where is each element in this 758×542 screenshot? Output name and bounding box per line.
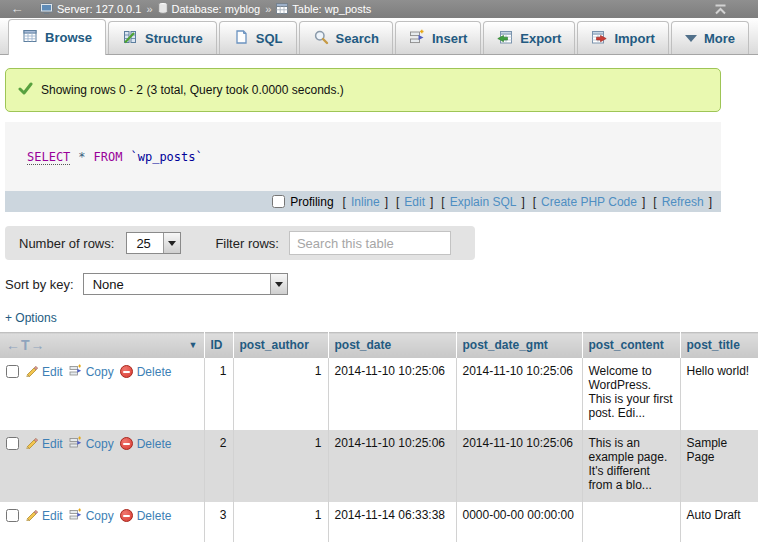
number-of-rows-value: 25 (127, 236, 163, 251)
edit-label: Edit (42, 437, 63, 451)
bracket: [ (533, 195, 536, 209)
cell-id: 3 (204, 502, 233, 542)
column-header-post-author[interactable]: post_author (233, 333, 328, 358)
cell-post-content: This is an example page. It's different … (582, 430, 680, 502)
cell-post-date: 2014-11-14 06:33:38 (328, 502, 456, 542)
edit-row-link[interactable]: Edit (25, 364, 63, 380)
delete-row-link[interactable]: Delete (120, 437, 172, 451)
sql-keyword-select[interactable]: SELECT (27, 150, 70, 165)
tab-label: Browse (45, 30, 92, 45)
tab-label: Import (614, 31, 654, 46)
cell-post-date: 2014-11-10 10:25:06 (328, 430, 456, 502)
bracket: ] (642, 195, 645, 209)
sql-star: * (78, 150, 85, 165)
column-header-id[interactable]: ID (204, 333, 233, 358)
bracket: [ (441, 195, 444, 209)
back-arrow-icon[interactable]: ← (0, 0, 34, 18)
options-toggle-link[interactable]: + Options (5, 311, 57, 325)
tab-sql[interactable]: SQL (219, 21, 297, 54)
row-checkbox[interactable] (6, 365, 19, 378)
breadcrumb-table-label: Table: wp_posts (292, 3, 371, 15)
sort-by-key-select[interactable]: None (83, 273, 288, 295)
number-of-rows-select[interactable]: 25 (126, 232, 181, 254)
breadcrumb-database[interactable]: Database: myblog (158, 2, 261, 16)
tab-browse[interactable]: Browse (8, 19, 106, 55)
chevron-down-icon (685, 35, 697, 42)
column-header-post-date-gmt[interactable]: post_date_gmt (456, 333, 582, 358)
filter-rows-input[interactable] (289, 231, 451, 255)
copy-label: Copy (86, 365, 114, 379)
structure-icon (122, 29, 138, 48)
select-arrow-button[interactable] (270, 274, 287, 294)
explain-sql-link[interactable]: Explain SQL (450, 195, 517, 209)
delete-row-link[interactable]: Delete (120, 365, 172, 379)
bracket: [ (396, 195, 399, 209)
copy-row-link[interactable]: Copy (69, 436, 114, 452)
bracket: [ (653, 195, 656, 209)
cell-id: 1 (204, 358, 233, 430)
copy-row-link[interactable]: Copy (69, 508, 114, 524)
sort-options-icon[interactable]: ▼ (189, 340, 198, 350)
breadcrumb-table[interactable]: Table: wp_posts (276, 3, 371, 16)
copy-icon (69, 508, 82, 524)
breadcrumb-server[interactable]: Server: 127.0.0.1 (40, 3, 141, 16)
select-arrow-button[interactable] (163, 233, 180, 253)
column-header-post-content[interactable]: post_content (582, 333, 680, 358)
edit-row-link[interactable]: Edit (25, 436, 63, 452)
delete-label: Delete (137, 365, 172, 379)
cell-post-author: 1 (233, 430, 328, 502)
row-checkbox[interactable] (6, 437, 19, 450)
bracket: ] (385, 195, 388, 209)
pencil-icon (25, 508, 38, 524)
sort-by-key-label: Sort by key: (5, 277, 74, 292)
tab-more[interactable]: More (671, 21, 749, 54)
row-checkbox[interactable] (6, 509, 19, 522)
cell-post-title: Auto Draft (680, 502, 758, 542)
cell-post-title: Hello world! (680, 358, 758, 430)
browse-icon (22, 28, 38, 47)
database-icon (158, 2, 168, 16)
delete-icon (120, 365, 133, 378)
bracket: [ (343, 195, 346, 209)
breadcrumb-bar: ← Server: 127.0.0.1 » Database: myblog »… (0, 0, 758, 18)
column-header-post-date[interactable]: post_date (328, 333, 456, 358)
insert-icon (409, 29, 425, 48)
tab-label: Export (520, 31, 561, 46)
profiling-checkbox[interactable] (272, 195, 285, 208)
inline-link[interactable]: Inline (351, 195, 380, 209)
tab-import[interactable]: Import (577, 21, 668, 54)
tab-label: Search (336, 31, 379, 46)
chevron-down-icon (168, 241, 176, 246)
edit-row-link[interactable]: Edit (25, 508, 63, 524)
tab-export[interactable]: Export (483, 21, 575, 54)
sql-keyword-from: FROM (94, 150, 123, 165)
cell-post-author: 1 (233, 502, 328, 542)
tab-insert[interactable]: Insert (395, 21, 481, 54)
tab-label: More (704, 31, 735, 46)
bracket: ] (521, 195, 524, 209)
table-icon (276, 3, 288, 16)
edit-label: Edit (42, 365, 63, 379)
tab-structure[interactable]: Structure (108, 21, 217, 54)
breadcrumb-database-label: Database: myblog (172, 3, 261, 15)
create-php-code-link[interactable]: Create PHP Code (541, 195, 637, 209)
tab-search[interactable]: Search (299, 21, 393, 54)
cell-post-content (582, 502, 680, 542)
delete-row-link[interactable]: Delete (120, 509, 172, 523)
table-row: Edit Copy Delete 3 1 2014-11-14 06:33:38… (0, 502, 758, 542)
collapse-icon[interactable] (713, 4, 728, 15)
table-header-row: ←T→ ▼ ID post_author post_date post_date… (0, 333, 758, 358)
rows-control-bar: Number of rows: 25 Filter rows: (5, 226, 475, 260)
bracket: ] (430, 195, 433, 209)
edit-query-link[interactable]: Edit (404, 195, 425, 209)
breadcrumb-separator: » (146, 3, 152, 15)
breadcrumb-separator: » (265, 3, 271, 15)
results-table: ←T→ ▼ ID post_author post_date post_date… (0, 332, 758, 542)
column-order-control[interactable]: ←T→ (6, 337, 46, 353)
cell-post-content: Welcome to WordPress. This is your first… (582, 358, 680, 430)
delete-label: Delete (137, 509, 172, 523)
column-header-post-title[interactable]: post_title (680, 333, 758, 358)
chevron-down-icon (275, 282, 283, 287)
refresh-link[interactable]: Refresh (662, 195, 704, 209)
copy-row-link[interactable]: Copy (69, 364, 114, 380)
